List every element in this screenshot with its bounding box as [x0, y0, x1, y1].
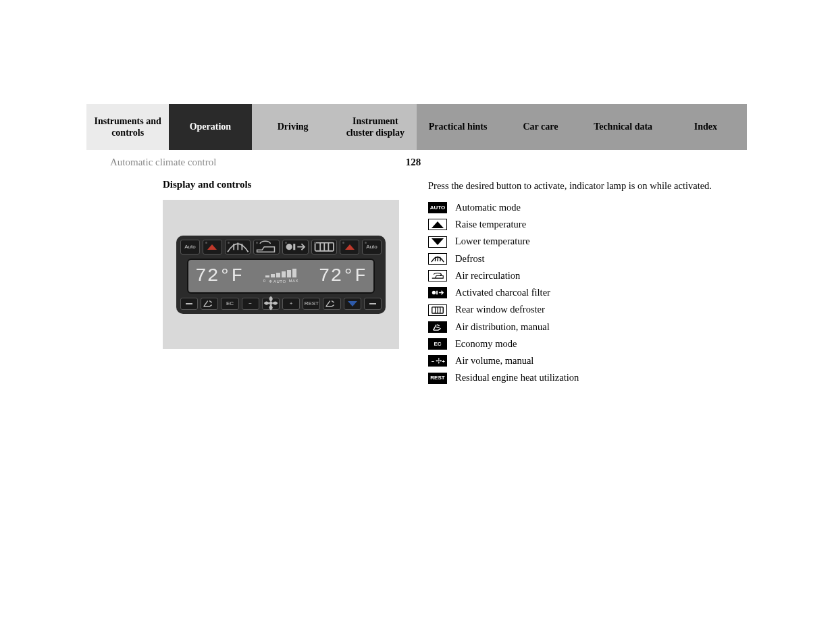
legend-charcoal: Activated charcoal filter: [428, 286, 746, 300]
tab-cluster[interactable]: Instrument cluster display: [334, 104, 417, 150]
fan-bars: 0 ❄ AUTO MAX: [263, 268, 298, 284]
tab-label: Index: [694, 121, 717, 133]
legend-raise: Raise temperature: [428, 217, 746, 232]
svg-rect-5: [436, 291, 438, 295]
legend-label: Automatic mode: [455, 200, 521, 215]
auto-icon: AUTO: [428, 202, 447, 213]
tab-label: Instruments and controls: [90, 115, 165, 139]
legend-recirc: Air recirculation: [428, 269, 746, 284]
tab-carcare[interactable]: Car care: [499, 104, 581, 150]
legend-label: Defrost: [455, 252, 485, 267]
recirc-icon: [428, 270, 447, 281]
rest-icon: REST: [428, 373, 447, 384]
btn-airdist-right: [323, 298, 340, 310]
defrost-icon: [428, 253, 447, 265]
rear-defrost-icon: [428, 304, 447, 316]
left-temp: 72°F: [195, 265, 243, 286]
btn-raise-left: [203, 240, 222, 254]
legend-auto: AUTO Automatic mode: [428, 200, 746, 215]
climate-panel: Auto: [176, 236, 386, 314]
left-heading: Display and controls: [163, 179, 428, 190]
btn-vol-minus: −: [242, 298, 259, 310]
panel-bottom-row: EC − + REST: [180, 298, 382, 310]
tab-hints[interactable]: Practical hints: [417, 104, 499, 150]
btn-charcoal: [282, 240, 309, 254]
legend-label: Residual engine heat utilization: [455, 371, 579, 385]
legend-reardef: Rear window defroster: [428, 302, 746, 317]
btn-lower-left-side: [180, 298, 198, 310]
svg-text:−: −: [432, 359, 434, 365]
tab-label: Technical data: [594, 121, 652, 133]
panel-display: 72°F 0 ❄ AUTO MAX 72: [187, 259, 375, 294]
btn-lower-right: [344, 298, 361, 310]
legend-airvol: −+ Air volume, manual: [428, 354, 746, 369]
air-volume-icon: −+: [428, 355, 447, 367]
content: Display and controls Auto: [86, 168, 747, 388]
airdist-icon: [428, 321, 447, 333]
svg-point-8: [438, 360, 440, 362]
intro-text: Press the desired button to activate, in…: [428, 179, 746, 194]
svg-rect-1: [293, 244, 295, 250]
tab-label: Operation: [190, 121, 231, 133]
legend-rest: REST Residual engine heat utilization: [428, 371, 746, 385]
section-title: Automatic climate control: [110, 157, 413, 168]
tab-instruments[interactable]: Instruments and controls: [86, 104, 169, 150]
btn-airdist-left: [201, 298, 218, 310]
tab-label: Instrument cluster display: [338, 115, 413, 139]
ec-icon: EC: [428, 338, 447, 350]
btn-raise-right: [340, 240, 359, 254]
tab-label: Driving: [278, 121, 309, 133]
legend-airdist: Air distribution, manual: [428, 320, 746, 335]
section-header: Automatic climate control 128: [86, 150, 747, 168]
svg-text:+: +: [442, 359, 444, 365]
btn-defrost: [225, 240, 251, 254]
legend-label: Rear window defroster: [455, 302, 545, 317]
page-number: 128: [406, 157, 421, 168]
right-temp: 72°F: [319, 265, 367, 286]
nav-tabs: Instruments and controls Operation Drivi…: [86, 104, 747, 150]
btn-vol-plus: +: [282, 298, 300, 310]
tab-driving[interactable]: Driving: [252, 104, 334, 150]
legend-label: Air distribution, manual: [455, 320, 550, 335]
tab-index[interactable]: Index: [664, 104, 747, 150]
tab-label: Practical hints: [429, 121, 488, 133]
btn-lower-right-side: [364, 298, 382, 310]
lower-temp-icon: [428, 236, 447, 248]
legend-label: Economy mode: [455, 337, 517, 352]
legend-ec: EC Economy mode: [428, 337, 746, 352]
svg-point-4: [432, 291, 436, 295]
charcoal-icon: [428, 287, 447, 298]
legend-defrost: Defrost: [428, 252, 746, 267]
btn-ec: EC: [221, 298, 238, 310]
climate-panel-figure: Auto: [163, 200, 399, 349]
tab-techdata[interactable]: Technical data: [582, 104, 664, 150]
left-column: Display and controls Auto: [86, 179, 428, 388]
tab-label: Car care: [523, 121, 558, 133]
btn-rest: REST: [303, 298, 320, 310]
legend-label: Raise temperature: [455, 217, 526, 232]
btn-auto-left: Auto: [180, 240, 200, 254]
btn-recirc: [253, 240, 280, 254]
legend-label: Activated charcoal filter: [455, 286, 550, 300]
tab-operation[interactable]: Operation: [169, 104, 251, 150]
btn-fan: [262, 298, 280, 310]
legend-label: Air recirculation: [455, 269, 520, 284]
legend-lower: Lower temperature: [428, 234, 746, 249]
svg-point-0: [286, 244, 292, 250]
legend-label: Air volume, manual: [455, 354, 533, 369]
raise-temp-icon: [428, 219, 447, 230]
right-column: Press the desired button to activate, in…: [428, 179, 746, 388]
btn-auto-right: Auto: [362, 240, 382, 254]
manual-page: Instruments and controls Operation Drivi…: [86, 104, 747, 388]
btn-rear-defrost: [311, 240, 338, 254]
panel-top-row: Auto: [180, 240, 382, 254]
legend-label: Lower temperature: [455, 234, 530, 249]
